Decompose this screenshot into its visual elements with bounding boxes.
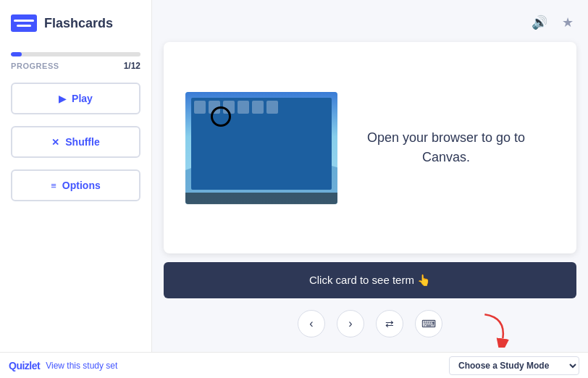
sidebar: Flashcards PROGRESS 1/12 ▶ Play ✕ Shuffl…	[0, 0, 152, 352]
flip-button[interactable]: ⇄	[376, 310, 403, 337]
progress-label-row: PROGRESS 1/12	[11, 61, 140, 71]
circle-overlay	[211, 106, 231, 127]
flip-icon: ⇄	[385, 318, 394, 329]
quizlet-logo: Quizlet	[9, 360, 40, 371]
progress-bar-track	[11, 52, 140, 56]
main-area: Flashcards PROGRESS 1/12 ▶ Play ✕ Shuffl…	[0, 0, 588, 352]
flashcard[interactable]: Open your browser to go to Canvas.	[164, 42, 576, 253]
main-content: 🔊 ★	[152, 0, 588, 352]
card-text-area: Open your browser to go to Canvas.	[337, 128, 555, 167]
sidebar-title: Flashcards	[44, 16, 113, 31]
desktop-icon	[194, 101, 206, 114]
card-image-area	[185, 92, 337, 204]
audio-icon: 🔊	[532, 14, 547, 30]
keyboard-button[interactable]: ⌨	[415, 310, 442, 337]
options-icon: ≡	[51, 180, 56, 191]
card-definition: Open your browser to go to Canvas.	[352, 128, 540, 167]
progress-count: 1/12	[124, 61, 140, 71]
shuffle-icon: ✕	[51, 137, 59, 148]
star-button[interactable]: ★	[559, 12, 576, 33]
star-icon: ★	[562, 14, 574, 30]
click-bar-text: Click card to see term 👆	[309, 274, 431, 286]
arrow-annotation	[479, 311, 515, 348]
view-study-set-link[interactable]: View this study set	[46, 361, 117, 371]
progress-label: PROGRESS	[11, 62, 59, 70]
sidebar-header: Flashcards	[11, 14, 140, 32]
prev-icon: ‹	[309, 317, 313, 330]
desktop-icon	[266, 101, 278, 114]
audio-button[interactable]: 🔊	[529, 12, 550, 33]
footer: Quizlet View this study set Choose a Stu…	[0, 352, 588, 378]
desktop-icon	[238, 101, 249, 114]
progress-bar-fill	[11, 52, 22, 56]
desktop-icon	[252, 101, 264, 114]
nav-area: ‹ › ⇄ ⌨	[164, 307, 576, 340]
options-label: Options	[62, 180, 101, 191]
keyboard-icon: ⌨	[421, 318, 436, 329]
choose-study-mode-select[interactable]: Choose a Study Mode Learn Test Match Gra…	[449, 356, 579, 375]
options-button[interactable]: ≡ Options	[11, 169, 140, 201]
shuffle-label: Shuffle	[65, 136, 99, 148]
shuffle-button[interactable]: ✕ Shuffle	[11, 126, 140, 158]
taskbar-sim	[185, 193, 337, 204]
card-toolbar: 🔊 ★	[164, 12, 576, 33]
progress-section: PROGRESS 1/12	[11, 52, 140, 71]
next-button[interactable]: ›	[337, 310, 364, 337]
click-bar[interactable]: Click card to see term 👆	[164, 262, 576, 298]
flashcard-icon	[11, 14, 37, 32]
next-icon: ›	[348, 317, 352, 330]
play-button[interactable]: ▶ Play	[11, 83, 140, 114]
play-label: Play	[72, 93, 93, 104]
footer-left: Quizlet View this study set	[9, 360, 117, 371]
card-image-inner	[185, 92, 337, 204]
play-icon: ▶	[59, 93, 66, 104]
arrow-svg	[479, 311, 515, 348]
prev-button[interactable]: ‹	[298, 310, 325, 337]
